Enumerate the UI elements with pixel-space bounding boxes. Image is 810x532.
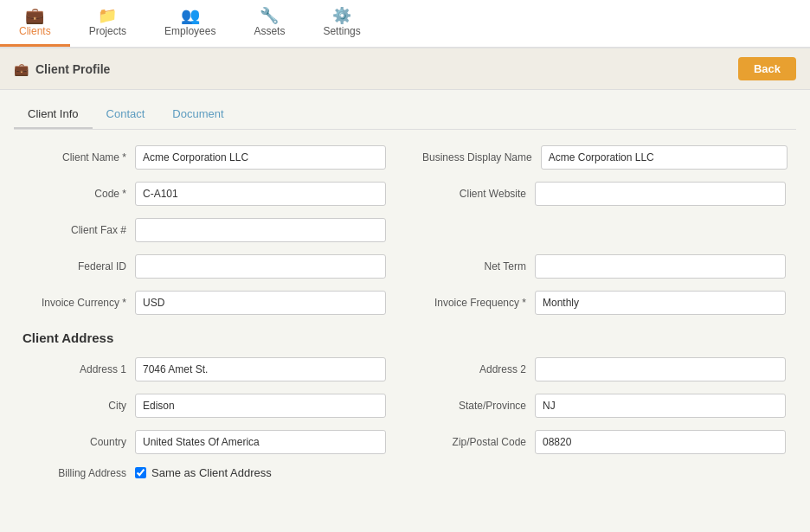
back-button[interactable]: Back [738,57,796,80]
client-website-input[interactable] [535,182,786,206]
invoice-currency-input[interactable] [135,291,386,315]
state-label: State/Province [422,400,535,412]
net-term-label: Net Term [422,260,535,272]
col-address2: Address 2 [422,357,788,381]
col-country: Country [22,430,388,454]
city-label: City [22,400,135,412]
col-state: State/Province [422,394,788,418]
projects-icon: 📁 [98,8,117,23]
federal-id-input[interactable] [135,254,386,279]
col-address1: Address 1 [22,357,388,381]
col-client-website: Client Website [422,182,788,206]
employees-icon: 👥 [181,8,200,23]
client-name-label: Client Name * [22,151,135,163]
nav-assets[interactable]: 🔧 Assets [235,0,304,47]
page-header: 💼 Client Profile Back [0,48,810,90]
nav-projects-label: Projects [89,25,126,37]
nav-clients[interactable]: 💼 Clients [0,0,70,47]
col-net-term: Net Term [422,254,788,279]
tab-client-info[interactable]: Client Info [14,100,93,129]
col-invoice-currency: Invoice Currency * [22,291,388,315]
zip-input[interactable] [535,430,786,454]
form-row-7: City State/Province [22,394,788,418]
client-name-input[interactable] [135,145,386,170]
form-row-8: Country Zip/Postal Code [22,430,788,454]
tab-document[interactable]: Document [158,100,237,129]
business-display-input[interactable] [541,145,788,170]
col-city: City [22,394,388,418]
page-title: Client Profile [35,62,110,76]
nav-projects[interactable]: 📁 Projects [70,0,145,47]
form-row-5: Invoice Currency * Invoice Frequency * [22,291,788,315]
assets-icon: 🔧 [260,8,279,23]
nav-settings[interactable]: ⚙️ Settings [304,0,379,47]
client-info-form: Client Name * Business Display Name Code… [14,145,796,479]
billing-same-checkbox[interactable] [135,467,146,478]
billing-checkbox-label: Same as Client Address [151,466,272,479]
billing-address-row: Billing Address Same as Client Address [22,466,788,479]
address1-label: Address 1 [22,363,135,375]
page-header-icon: 💼 [14,62,29,76]
tab-bar: Client Info Contact Document [14,100,796,130]
address2-input[interactable] [535,357,786,381]
nav-clients-label: Clients [19,25,51,37]
nav-employees-label: Employees [164,25,215,37]
nav-settings-label: Settings [323,25,360,37]
country-label: Country [22,436,135,448]
form-row-1: Client Name * Business Display Name [22,145,788,170]
invoice-frequency-input[interactable] [535,291,786,315]
form-row-6: Address 1 Address 2 [22,357,788,381]
city-input[interactable] [135,394,386,418]
col-code: Code * [22,182,388,206]
clients-icon: 💼 [25,8,44,23]
tab-contact[interactable]: Contact [93,100,159,129]
col-client-fax: Client Fax # [22,218,388,242]
top-navigation: 💼 Clients 📁 Projects 👥 Employees 🔧 Asset… [0,0,810,48]
invoice-currency-label: Invoice Currency * [22,297,135,309]
nav-employees[interactable]: 👥 Employees [145,0,235,47]
billing-address-label: Billing Address [22,467,135,479]
main-content: Client Info Contact Document Client Name… [0,90,810,490]
page-header-title-group: 💼 Client Profile [14,62,110,76]
address1-input[interactable] [135,357,386,381]
federal-id-label: Federal ID [22,260,135,272]
client-fax-label: Client Fax # [22,224,135,236]
invoice-frequency-label: Invoice Frequency * [422,297,535,309]
col-client-name: Client Name * [22,145,388,170]
client-website-label: Client Website [422,188,535,200]
state-input[interactable] [535,394,786,418]
col-business-display: Business Display Name [422,145,788,170]
code-input[interactable] [135,182,386,206]
business-display-label: Business Display Name [422,151,541,163]
client-fax-input[interactable] [135,218,386,242]
net-term-input[interactable] [535,254,786,279]
code-label: Code * [22,188,135,200]
form-row-3: Client Fax # [22,218,788,242]
address2-label: Address 2 [422,363,535,375]
nav-assets-label: Assets [254,25,285,37]
country-input[interactable] [135,430,386,454]
col-invoice-frequency: Invoice Frequency * [422,291,788,315]
col-zip: Zip/Postal Code [422,430,788,454]
form-row-2: Code * Client Website [22,182,788,206]
form-row-4: Federal ID Net Term [22,254,788,279]
settings-icon: ⚙️ [332,8,351,23]
col-federal-id: Federal ID [22,254,388,279]
zip-label: Zip/Postal Code [422,436,535,448]
client-address-section-title: Client Address [22,330,788,345]
